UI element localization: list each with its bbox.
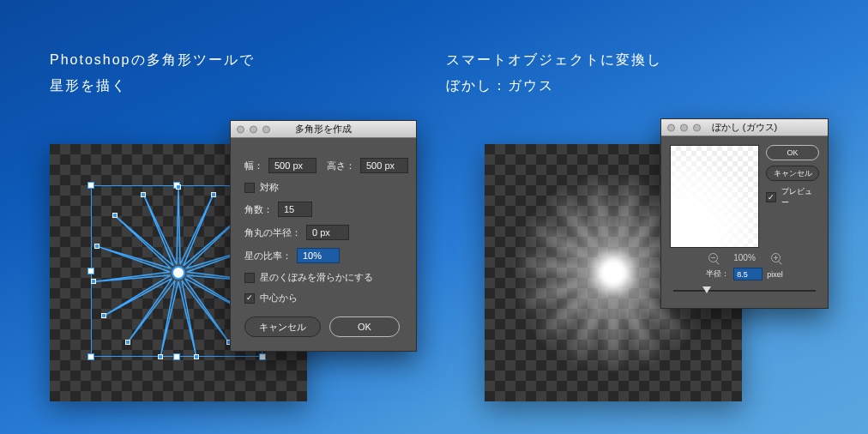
radius-unit: pixel (767, 270, 783, 279)
path-anchor[interactable] (194, 354, 199, 359)
checkbox-icon (244, 293, 255, 304)
preview-checkbox[interactable]: プレビュー (766, 186, 819, 208)
zoom-in-icon[interactable] (771, 253, 781, 262)
caption-right: スマートオブジェクトに変換し ぼかし：ガウス (446, 47, 662, 99)
handle-mid-left[interactable] (87, 268, 94, 274)
handle-top-left[interactable] (87, 182, 94, 189)
ok-button[interactable]: OK (766, 145, 819, 160)
height-label: 高さ： (327, 160, 355, 172)
radius-label: 半径： (706, 268, 729, 280)
width-label: 幅： (244, 160, 263, 172)
dialog-title: ぼかし (ガウス) (712, 121, 777, 134)
star-ratio-input[interactable] (297, 248, 340, 263)
path-anchor[interactable] (176, 184, 181, 190)
path-anchor[interactable] (101, 313, 106, 318)
smooth-label: 星のくぼみを滑らかにする (260, 271, 373, 284)
width-input[interactable] (268, 158, 316, 173)
radius-slider[interactable] (670, 286, 819, 296)
slider-track (673, 290, 816, 292)
handle-bot-mid[interactable] (173, 353, 180, 360)
window-controls[interactable] (237, 125, 270, 133)
corner-radius-label: 角丸の半径： (244, 226, 301, 239)
window-controls[interactable] (667, 124, 701, 131)
path-anchor[interactable] (112, 213, 118, 218)
checkbox-icon (244, 183, 255, 193)
preview-pane[interactable] (670, 145, 759, 248)
zoom-icon[interactable] (262, 125, 270, 133)
close-icon[interactable] (237, 125, 244, 133)
caption-right-line2: ぼかし：ガウス (446, 73, 662, 99)
vertices-input[interactable] (278, 202, 312, 217)
path-anchor[interactable] (141, 192, 146, 197)
minimize-icon[interactable] (250, 125, 257, 133)
caption-right-line1: スマートオブジェクトに変換し (446, 47, 662, 73)
from-center-checkbox[interactable]: 中心から (244, 292, 298, 304)
smooth-checkbox[interactable]: 星のくぼみを滑らかにする (244, 271, 373, 284)
path-anchor[interactable] (125, 340, 130, 345)
from-center-label: 中心から (260, 292, 298, 304)
star-ratio-label: 星の比率： (244, 250, 292, 262)
path-anchor[interactable] (91, 279, 96, 284)
path-anchor[interactable] (211, 192, 216, 197)
checkbox-icon (244, 273, 255, 283)
cancel-button[interactable]: キャンセル (244, 316, 321, 337)
caption-left: Photoshopの多角形ツールで 星形を描く (50, 47, 255, 99)
zoom-level: 100% (733, 253, 756, 262)
ok-button[interactable]: OK (329, 316, 400, 337)
radius-input[interactable] (733, 268, 763, 280)
path-anchor[interactable] (94, 244, 99, 249)
symmetric-label: 対称 (260, 181, 279, 194)
zoom-icon[interactable] (693, 124, 701, 131)
zoom-out-icon[interactable] (708, 253, 718, 262)
handle-bot-left[interactable] (87, 353, 94, 360)
close-icon[interactable] (667, 124, 675, 131)
create-polygon-dialog[interactable]: 多角形を作成 幅： 高さ： 対称 角数： 角丸の半径： 星の比率： (230, 120, 417, 352)
slider-thumb[interactable] (702, 286, 711, 293)
preview-glow (670, 147, 757, 248)
preview-label: プレビュー (781, 186, 819, 208)
caption-left-line2: 星形を描く (50, 73, 255, 99)
corner-radius-input[interactable] (306, 225, 349, 240)
handle-bot-right[interactable] (259, 353, 266, 360)
gaussian-blur-dialog[interactable]: ぼかし (ガウス) OK キャンセル プレビュー 100% 半径： pixe (660, 118, 829, 309)
dialog-title: 多角形を作成 (295, 123, 352, 136)
dialog-titlebar[interactable]: ぼかし (ガウス) (661, 119, 828, 136)
height-input[interactable] (360, 158, 408, 173)
path-anchor[interactable] (158, 354, 163, 359)
symmetric-checkbox[interactable]: 対称 (244, 181, 279, 194)
minimize-icon[interactable] (680, 124, 688, 131)
checkbox-icon (766, 192, 776, 202)
cancel-button[interactable]: キャンセル (766, 166, 819, 181)
dialog-titlebar[interactable]: 多角形を作成 (231, 121, 416, 138)
caption-left-line1: Photoshopの多角形ツールで (50, 47, 255, 73)
vertices-label: 角数： (244, 203, 273, 216)
